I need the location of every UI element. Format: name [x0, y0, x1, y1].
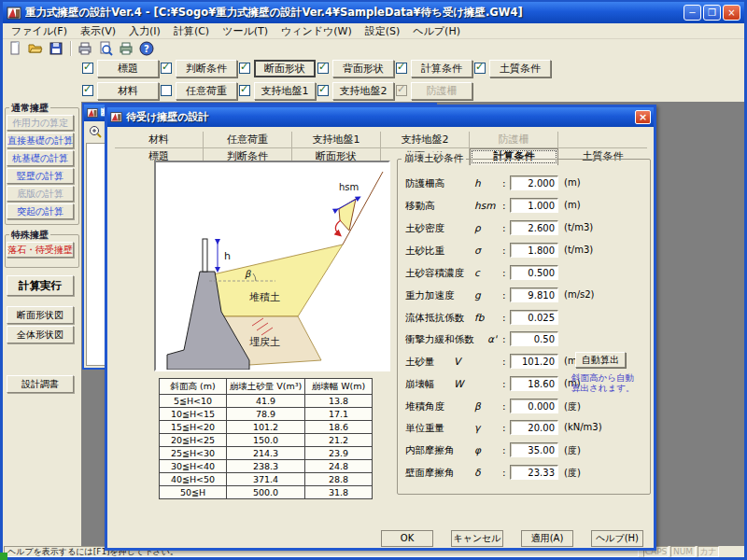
menu-calc[interactable]: 計算(C): [167, 23, 216, 39]
print-icon[interactable]: [76, 40, 94, 57]
field-symbol: γ: [474, 422, 480, 433]
menu-input[interactable]: 入力(I): [122, 23, 167, 39]
menu-file[interactable]: ファイル(F): [5, 23, 74, 39]
cell-width: 17.1: [305, 408, 373, 421]
dialog-close-icon[interactable]: ×: [635, 110, 651, 124]
maximize-button[interactable]: ❐: [703, 5, 721, 21]
field-colon: [502, 312, 506, 323]
input-gravity-accel[interactable]: [510, 287, 558, 302]
dialog-machiuke-yokiheki: 待受け擁壁の設計 × 材料 任意荷重 支持地盤1 支持地盤2 防護柵 標題 判断…: [105, 105, 656, 551]
input-volume-concentration[interactable]: [510, 265, 558, 280]
toolbar: ?: [3, 39, 744, 58]
svg-text:?: ?: [144, 44, 149, 54]
input-moving-height[interactable]: [510, 198, 558, 213]
toggle-button-danmen[interactable]: 断面形状: [254, 60, 316, 77]
input-wall-friction[interactable]: [510, 465, 558, 480]
exec-calculation-button[interactable]: 計算実行: [7, 275, 74, 296]
tab-nini-kajuu[interactable]: 任意荷重: [204, 132, 292, 148]
input-soil-volume[interactable]: [510, 354, 558, 369]
toggle-button-keisan[interactable]: 計算条件: [411, 60, 472, 77]
menu-settings[interactable]: 設定(S): [359, 23, 407, 39]
field-label: 土砂容積濃度: [405, 267, 464, 280]
menu-tools[interactable]: ツール(T): [216, 23, 275, 39]
print-preview-icon[interactable]: [96, 40, 115, 57]
field-unit: (m): [564, 200, 581, 210]
checkbox-hyoudai[interactable]: [82, 63, 93, 74]
toggle-button-zairyou[interactable]: 材料: [97, 82, 159, 100]
field-symbol: ρ: [474, 222, 481, 233]
collapse-soil-conditions-group: 崩壊土砂条件 防護柵高h(m) 移動高hsm(m) 土砂密度ρ(t/m3) 土砂…: [397, 159, 651, 495]
h-label: h: [224, 250, 231, 262]
dialog-title: 待受け擁壁の設計: [126, 110, 631, 124]
input-specific-gravity[interactable]: [510, 243, 558, 258]
input-deposit-angle[interactable]: [510, 399, 558, 413]
toggle-button-handan[interactable]: 判断条件: [176, 60, 237, 77]
toggle-button-nini-kajuu[interactable]: 任意荷重: [176, 82, 237, 100]
sidebar-group-normal-title: 通常擁壁: [9, 102, 50, 115]
toggle-button-hyoudai[interactable]: 標題: [97, 60, 159, 77]
input-internal-friction[interactable]: [510, 442, 558, 457]
checkbox-haimen[interactable]: [317, 63, 329, 74]
menu-help[interactable]: ヘルプ(H): [406, 23, 467, 39]
zoom-in-icon[interactable]: [88, 124, 102, 138]
auto-calculate-button[interactable]: 自動算出: [575, 352, 626, 368]
new-document-icon[interactable]: [6, 40, 24, 57]
cell-width: 21.2: [305, 434, 373, 447]
field-symbol: V: [454, 356, 460, 367]
help-icon[interactable]: ?: [137, 40, 156, 57]
close-button[interactable]: ×: [723, 5, 740, 21]
toggle-button-shiji2[interactable]: 支持地盤2: [332, 82, 394, 100]
help-button[interactable]: ヘルプ(H): [591, 530, 643, 547]
minimize-button[interactable]: −: [684, 5, 701, 21]
input-impact-relaxation[interactable]: [510, 331, 558, 346]
save-icon[interactable]: [47, 40, 65, 57]
open-folder-icon[interactable]: [26, 40, 45, 57]
checkbox-zairyou[interactable]: [82, 85, 93, 96]
checkbox-keisan[interactable]: [396, 63, 407, 74]
cell-width: 31.8: [305, 486, 373, 499]
field-symbol: β: [474, 400, 481, 412]
checkbox-danmen[interactable]: [239, 63, 250, 74]
field-label: 流体抵抗係数: [405, 312, 464, 325]
menu-view[interactable]: 表示(V): [74, 23, 122, 39]
sidebar-item-chokusetsu-kiso[interactable]: 直接基礎の計算: [7, 133, 74, 148]
field-colon: [502, 422, 506, 433]
input-collapse-width[interactable]: [510, 376, 558, 391]
input-soil-density[interactable]: [510, 220, 558, 235]
field-colon: [502, 200, 506, 211]
input-unit-weight[interactable]: [510, 420, 558, 435]
field-unit: (度): [564, 444, 581, 457]
sidebar-item-rakuseki[interactable]: 落石・待受擁壁: [7, 242, 74, 258]
sidebar-item-tokki[interactable]: 突起の計算: [7, 203, 74, 219]
toolbar-separator: [70, 41, 71, 56]
sidebar-item-tatekabe[interactable]: 竪壁の計算: [7, 168, 74, 184]
checkbox-doshitsu[interactable]: [474, 63, 486, 74]
kana-indicator: カナ: [698, 546, 719, 557]
ok-button[interactable]: OK: [381, 530, 433, 547]
apply-button[interactable]: 適用(A): [521, 530, 573, 547]
sidebar-item-teiban: 底版の計算: [7, 186, 74, 202]
tab-zairyou[interactable]: 材料: [115, 132, 204, 148]
design-report-button[interactable]: 設計調書: [7, 375, 74, 393]
input-fence-height[interactable]: [510, 175, 558, 190]
section-shape-button[interactable]: 断面形状図: [7, 306, 74, 324]
cell-volume: 78.9: [227, 408, 305, 421]
checkbox-nini-kajuu[interactable]: [161, 85, 172, 96]
menu-window[interactable]: ウィンドウ(W): [275, 23, 359, 39]
field-symbol: α': [487, 333, 497, 344]
toggle-button-haimen[interactable]: 背面形状: [332, 60, 394, 77]
checkbox-handan[interactable]: [161, 63, 172, 74]
overall-shape-button[interactable]: 全体形状図: [7, 326, 74, 343]
sidebar-item-kui-kiso[interactable]: 杭基礎の計算: [7, 150, 74, 166]
backfill-label: 埋戻土: [249, 336, 280, 348]
toggle-button-doshitsu[interactable]: 土質条件: [489, 60, 551, 77]
checkbox-shiji1[interactable]: [239, 85, 250, 96]
tab-shiji2[interactable]: 支持地盤2: [381, 132, 470, 148]
print-setup-icon[interactable]: [117, 40, 135, 57]
checkbox-shiji2[interactable]: [317, 85, 329, 96]
tab-shiji1[interactable]: 支持地盤1: [292, 132, 381, 148]
input-fluid-resistance[interactable]: [510, 310, 558, 325]
cancel-button[interactable]: キャンセル: [451, 530, 503, 547]
sidebar-group-special-title: 特殊擁壁: [9, 229, 50, 242]
toggle-button-shiji1[interactable]: 支持地盤1: [254, 82, 316, 100]
